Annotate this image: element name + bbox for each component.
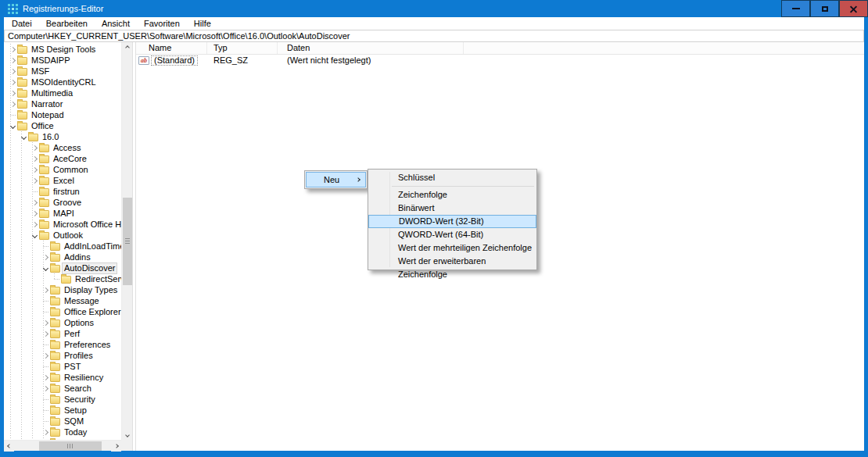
scroll-left-button[interactable]	[4, 441, 14, 452]
chevron-right-icon[interactable]	[31, 166, 37, 172]
horizontal-scrollbar-thumb[interactable]	[39, 441, 102, 451]
tree-item-label[interactable]: Options	[63, 318, 95, 328]
chevron-right-icon[interactable]	[31, 221, 37, 227]
chevron-right-icon[interactable]	[9, 68, 15, 73]
chevron-down-icon[interactable]	[42, 265, 48, 270]
tree-item-label[interactable]: UserInfo	[63, 438, 99, 441]
submenu-item-schlüssel[interactable]: Schlüssel	[368, 171, 536, 184]
tree-item-redirectserver[interactable]: RedirectServer	[4, 273, 121, 284]
tree-item-mapi[interactable]: MAPI	[4, 208, 121, 219]
tree-item-options[interactable]: Options	[4, 317, 121, 328]
submenu-item-wert-der-erweiterbaren-zeichenfolge[interactable]: Wert der erweiterbaren Zeichenfolge	[368, 255, 536, 268]
tree-item-label[interactable]: Preferences	[63, 340, 112, 350]
column-header-daten[interactable]: Daten	[278, 42, 464, 54]
chevron-right-icon[interactable]	[42, 287, 48, 292]
titlebar[interactable]: Registrierungs-Editor	[0, 0, 868, 17]
chevron-right-icon[interactable]	[42, 330, 48, 336]
submenu-item-zeichenfolge[interactable]: Zeichenfolge	[368, 188, 536, 202]
tree-item-label[interactable]: AceCore	[52, 154, 88, 164]
chevron-right-icon[interactable]	[42, 385, 48, 391]
tree-item-access[interactable]: Access	[4, 142, 121, 153]
tree-item-today[interactable]: Today	[4, 427, 121, 437]
tree-item-label[interactable]: Resiliency	[63, 373, 105, 383]
tree-item-label[interactable]: AddInLoadTimes	[63, 241, 121, 252]
tree-item-label[interactable]: Access	[52, 143, 82, 153]
tree-item-common[interactable]: Common	[4, 164, 121, 175]
chevron-right-icon[interactable]	[31, 155, 37, 161]
value-row[interactable]: ab(Standard)REG_SZ(Wert nicht festgelegt…	[136, 55, 864, 66]
menubar-item-ansicht[interactable]: Ansicht	[98, 17, 134, 30]
tree-item-label[interactable]: Multimedia	[30, 88, 74, 98]
tree-item-search[interactable]: Search	[4, 383, 121, 394]
scroll-down-button[interactable]	[122, 430, 133, 440]
tree-item-label[interactable]: Today	[63, 427, 88, 437]
tree-item-label[interactable]: 16.0	[41, 132, 60, 142]
tree-item-resiliency[interactable]: Resiliency	[4, 372, 121, 383]
chevron-right-icon[interactable]	[42, 254, 48, 259]
tree-item-label[interactable]: firstrun	[52, 187, 81, 197]
menubar-item-bearbeiten[interactable]: Bearbeiten	[42, 17, 91, 30]
tree-item-msf[interactable]: MSF	[4, 66, 121, 77]
chevron-right-icon[interactable]	[9, 101, 15, 106]
tree-item-addins[interactable]: Addins	[4, 252, 121, 262]
tree-item-label[interactable]: Addins	[63, 252, 92, 262]
tree-item-label[interactable]: Groove	[52, 198, 83, 208]
tree-item-label[interactable]: PST	[63, 362, 82, 372]
tree-item-ms-design-tools[interactable]: MS Design Tools	[4, 44, 121, 55]
tree-item-excel[interactable]: Excel	[4, 175, 121, 186]
tree-item-label[interactable]: Notepad	[30, 110, 66, 120]
tree-item-message[interactable]: Message	[4, 295, 121, 306]
submenu-item-wert-der-mehrteiligen-zeichenfolge[interactable]: Wert der mehrteiligen Zeichenfolge	[368, 241, 536, 255]
tree-item-office[interactable]: Office	[4, 120, 121, 131]
menubar-item-favoriten[interactable]: Favoriten	[140, 17, 184, 30]
tree-item-label[interactable]: Outlook	[52, 230, 84, 241]
column-header-typ[interactable]: Typ	[207, 42, 278, 54]
tree-item-firstrun[interactable]: firstrun	[4, 186, 121, 197]
tree-item-label[interactable]: Office Explorer	[63, 307, 121, 317]
chevron-right-icon[interactable]	[42, 429, 48, 434]
tree-item-addinloadtimes[interactable]: AddInLoadTimes	[4, 241, 121, 252]
chevron-right-icon[interactable]	[9, 90, 15, 95]
tree-item-microsoft-office-help[interactable]: Microsoft Office Help	[4, 219, 121, 230]
tree-item-16.0[interactable]: 16.0	[4, 131, 121, 142]
submenu-item-binärwert[interactable]: Binärwert	[368, 202, 536, 215]
chevron-right-icon[interactable]	[31, 177, 37, 183]
value-name[interactable]: (Standard)	[151, 55, 198, 66]
chevron-down-icon[interactable]	[9, 123, 15, 128]
maximize-button[interactable]	[810, 0, 839, 17]
tree-item-preferences[interactable]: Preferences	[4, 339, 121, 350]
vertical-scrollbar-thumb[interactable]	[123, 198, 132, 285]
address-bar[interactable]: Computer\HKEY_CURRENT_USER\Software\Micr…	[4, 30, 864, 42]
tree-item-notepad[interactable]: Notepad	[4, 109, 121, 120]
menu-item-neu[interactable]: Neu	[306, 172, 366, 187]
tree-item-label[interactable]: Office	[30, 121, 56, 131]
tree-item-label[interactable]: Display Types	[63, 285, 119, 295]
tree-item-label[interactable]: Search	[63, 384, 93, 394]
tree-item-label[interactable]: Setup	[63, 405, 88, 416]
chevron-right-icon[interactable]	[9, 46, 15, 52]
tree-item-label[interactable]: Security	[63, 395, 97, 405]
tree-item-acecore[interactable]: AceCore	[4, 153, 121, 164]
chevron-right-icon[interactable]	[9, 79, 15, 84]
tree-item-display-types[interactable]: Display Types	[4, 284, 121, 295]
tree-item-label[interactable]: Narrator	[30, 99, 64, 109]
tree-item-pst[interactable]: PST	[4, 361, 121, 372]
tree-item-label[interactable]: Profiles	[63, 351, 95, 361]
chevron-right-icon[interactable]	[9, 57, 15, 62]
submenu-item-dword-wert-32-bit[interactable]: DWORD-Wert (32-Bit)	[368, 215, 536, 228]
tree-item-security[interactable]: Security	[4, 394, 121, 405]
tree-item-msoidentitycrl[interactable]: MSOIdentityCRL	[4, 77, 121, 87]
tree-item-profiles[interactable]: Profiles	[4, 350, 121, 361]
chevron-right-icon[interactable]	[31, 145, 37, 150]
tree-item-label[interactable]: Perf	[63, 329, 81, 339]
tree-vertical-scrollbar[interactable]	[121, 42, 132, 440]
scroll-up-button[interactable]	[122, 42, 133, 52]
submenu-item-qword-wert-64-bit[interactable]: QWORD-Wert (64-Bit)	[368, 228, 536, 241]
menubar-item-hilfe[interactable]: Hilfe	[190, 17, 215, 30]
tree-item-sqm[interactable]: SQM	[4, 416, 121, 427]
tree-item-outlook[interactable]: Outlook	[4, 230, 121, 241]
tree-item-label[interactable]: Common	[52, 165, 90, 175]
chevron-right-icon[interactable]	[31, 199, 37, 205]
tree-item-userinfo[interactable]: UserInfo	[4, 437, 121, 440]
chevron-right-icon[interactable]	[31, 210, 37, 216]
